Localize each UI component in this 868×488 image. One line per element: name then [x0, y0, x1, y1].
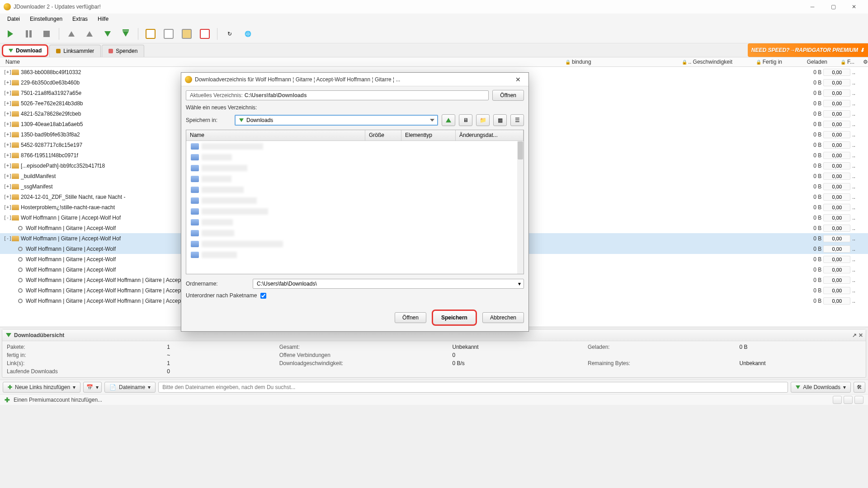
col-f[interactable]: 🔒F... [827, 59, 854, 65]
tab-linksammler-label: Linksammler [63, 48, 94, 54]
move-down-icon[interactable] [100, 26, 115, 42]
folder-row[interactable] [186, 141, 517, 152]
link-icon [56, 49, 61, 53]
tab-download-label: Download [16, 47, 42, 54]
chevron-down-icon: ▾ [843, 384, 846, 390]
remove-icon[interactable] [197, 26, 212, 42]
alle-downloads-button[interactable]: Alle Downloads ▾ [791, 382, 851, 393]
premium-bar: ✚ Einen Premiumaccount hinzufügen... [0, 394, 868, 405]
dialog-footer: Öffnen Speichern Abbrechen [181, 306, 528, 331]
lbl-fertig: fertig in: [7, 352, 153, 358]
footer-btn-1[interactable] [833, 396, 842, 404]
gift-icon [108, 49, 113, 53]
window-titlebar: JDownloader 2 - Updates verfügbar! ─ ▢ ✕ [0, 0, 868, 14]
clipboard-icon[interactable] [143, 26, 158, 42]
minimize-button[interactable]: ─ [802, 0, 823, 14]
window-title: JDownloader 2 - Updates verfügbar! [14, 4, 802, 10]
dateiname-button[interactable]: 📄 Dateiname ▾ [104, 382, 156, 393]
dialog-close-button[interactable]: ✕ [511, 76, 525, 83]
abbrechen-button[interactable]: Abbrechen [482, 312, 524, 323]
new-folder-button[interactable]: 📁 [476, 114, 490, 126]
folder-row[interactable] [186, 184, 517, 195]
folder-row[interactable] [186, 163, 517, 174]
col-bindung[interactable]: 🔒bindung [565, 59, 656, 65]
premium-text[interactable]: Einen Premiumaccount hinzufügen... [14, 397, 102, 403]
chevron-down-icon[interactable]: ▾ [518, 281, 521, 287]
lbl-rem: Remaining Bytes: [588, 360, 726, 366]
dialog-title: Downloadverzeichnis für Wolf Hoffmann ¦ … [195, 76, 511, 83]
expand-icon[interactable]: ↗ [852, 332, 857, 338]
col-speed[interactable]: 🔒.. Geschwindigkeit [656, 59, 732, 65]
folder-row[interactable] [186, 195, 517, 206]
menu-hilfe[interactable]: Hilfe [93, 14, 113, 23]
close-panel-icon[interactable]: ✕ [859, 332, 863, 338]
ordner-label: Ordnername: [186, 281, 249, 287]
plus-icon: ✚ [5, 396, 10, 404]
lbl-gesamt: Gesamt: [279, 344, 439, 350]
oeffnen-button-top[interactable]: Öffnen [492, 90, 524, 101]
settings-button[interactable]: 🛠 [854, 382, 865, 393]
fh-date[interactable]: Änderungsdat... [456, 130, 524, 141]
fh-size[interactable]: Größe [365, 130, 401, 141]
folder-row[interactable] [186, 206, 517, 217]
folder-row[interactable] [186, 249, 517, 260]
footer-btn-2[interactable] [844, 396, 853, 404]
ordner-input[interactable]: C:\Users\fab\Downloads\ ▾ [253, 279, 524, 289]
desktop-button[interactable]: 🖥 [459, 114, 472, 126]
folder-row[interactable] [186, 228, 517, 239]
move-top-icon[interactable] [64, 26, 79, 42]
folder-row[interactable] [186, 174, 517, 184]
maximize-button[interactable]: ▢ [823, 0, 844, 14]
premium-banner[interactable]: NEED SPEED?→RAPIDGATOR PREMIUM ⬇ [748, 43, 868, 57]
neue-links-button[interactable]: ✚ Neue Links hinzufügen ▾ [3, 382, 80, 393]
col-geladen[interactable]: Geladen [782, 59, 827, 65]
menu-datei[interactable]: Datei [3, 14, 24, 23]
up-folder-button[interactable] [442, 114, 455, 126]
fh-type[interactable]: Elementtyp [401, 130, 456, 141]
calendar-button[interactable]: 📅▾ [83, 382, 102, 393]
move-up-icon[interactable] [82, 26, 97, 42]
file-browser[interactable]: Name Größe Elementtyp Änderungsdat... [186, 130, 524, 274]
unterordner-label: Unterordner nach Paketname [186, 292, 257, 299]
search-input[interactable] [158, 382, 788, 393]
waehle-label: Wähle ein neues Verzeichnis: [186, 104, 257, 111]
chevron-down-icon: ▾ [73, 384, 75, 390]
list-view-button[interactable]: ☰ [510, 114, 524, 126]
move-bottom-icon[interactable] [118, 26, 133, 42]
fh-name[interactable]: Name [186, 130, 365, 141]
reconnect-icon[interactable] [161, 26, 176, 42]
pause-icon[interactable] [21, 26, 36, 42]
col-settings[interactable]: ⚙ [854, 59, 868, 65]
unterordner-checkbox[interactable] [260, 293, 266, 299]
globe-icon[interactable]: 🌐 [240, 26, 255, 42]
menu-extras[interactable]: Extras [68, 14, 92, 23]
folder-combo[interactable]: Downloads [235, 115, 438, 126]
download-icon [9, 49, 13, 52]
save-dialog: Downloadverzeichnis für Wolf Hoffmann ¦ … [181, 72, 529, 332]
tab-linksammler[interactable]: Linksammler [49, 45, 101, 57]
tab-spenden[interactable]: Spenden [102, 45, 144, 57]
refresh-icon[interactable]: ↻ [222, 26, 237, 42]
plus-icon: ✚ [8, 384, 12, 390]
folder-row[interactable] [186, 152, 517, 163]
grid-view-button[interactable]: ▦ [493, 114, 507, 126]
folder-row[interactable] [186, 239, 517, 249]
update-icon[interactable] [179, 26, 194, 42]
menu-einstellungen[interactable]: Einstellungen [25, 14, 67, 23]
lbl-links: Link(s): [7, 360, 153, 366]
speichern-button[interactable]: Speichern [432, 310, 477, 326]
folder-row[interactable] [186, 217, 517, 228]
chevron-down-icon [430, 119, 434, 122]
close-button[interactable]: ✕ [844, 0, 864, 14]
footer-btn-3[interactable] [854, 396, 863, 404]
dialog-titlebar: Downloadverzeichnis für Wolf Hoffmann ¦ … [181, 73, 528, 86]
play-icon[interactable] [3, 26, 18, 42]
download-icon [796, 385, 800, 389]
oeffnen-button[interactable]: Öffnen [395, 312, 426, 323]
tab-download[interactable]: Download [2, 44, 48, 57]
col-name[interactable]: Name [5, 59, 565, 65]
stop-icon[interactable] [39, 26, 54, 42]
col-fertig[interactable]: 🔒Fertig in [732, 59, 782, 65]
file-scrollbar[interactable] [517, 141, 524, 274]
speichern-in-label: Speichern in: [186, 117, 231, 123]
